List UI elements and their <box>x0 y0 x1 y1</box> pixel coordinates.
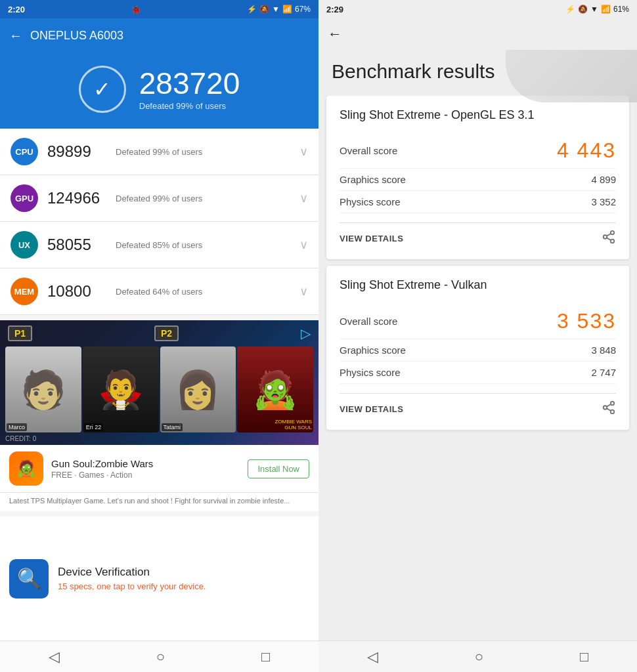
mute-icon-right: 🔕 <box>578 5 588 14</box>
score-header: ✓ 283720 Defeated 99% of users <box>0 52 318 129</box>
verify-icon-box: 🔍 <box>9 559 49 598</box>
score-item-mem[interactable]: MEM 10800 Defeated 64% of users ∨ <box>0 268 318 315</box>
play-icon[interactable]: ▷ <box>301 326 311 341</box>
gpu-badge: GPU <box>11 184 38 212</box>
battery-percent-left: 67% <box>295 5 311 14</box>
graphics-value-opengl: 4 899 <box>591 174 616 185</box>
bench-card-opengl: Sling Shot Extreme - OpenGL ES 3.1 Overa… <box>326 96 629 259</box>
ad-section: P1 P2 ▷ 🧑 Marco 🧛 Eri 22 <box>0 320 318 511</box>
bench-card-title-vulkan: Sling Shot Extreme - Vulkan <box>340 278 616 293</box>
battery-percent-right: 61% <box>613 5 629 14</box>
bench-card-footer-vulkan: VIEW DETAILS <box>340 393 616 418</box>
svg-point-7 <box>611 410 615 413</box>
char-slot-2: 🧛 Eri 22 <box>83 346 159 432</box>
char-slot-4: 🧟 ZOMBIE WARS GUN SOUL <box>237 346 313 432</box>
mem-score: 10800 <box>47 282 106 301</box>
physics-value-vulkan: 2 747 <box>591 367 616 378</box>
app-title: ONEPLUS A6003 <box>30 29 123 43</box>
install-button[interactable]: Install Now <box>248 459 309 478</box>
char-label-3: Tatami <box>162 423 183 431</box>
ad-bottom-bar: CREDIT: 0 <box>0 432 318 445</box>
phone-search-icon: 🔍 <box>17 567 41 590</box>
total-score: 283720 <box>139 68 240 98</box>
ad-overlay: P1 P2 ▷ 🧑 Marco 🧛 Eri 22 <box>0 320 318 445</box>
bench-card-footer-opengl: VIEW DETAILS <box>340 222 616 247</box>
ux-defeated: Defeated 85% of users <box>116 240 290 250</box>
graphics-value-vulkan: 3 848 <box>591 345 616 356</box>
benchmark-scroll: Sling Shot Extreme - OpenGL ES 3.1 Overa… <box>318 96 637 640</box>
top-bar-left: ← ONEPLUS A6003 <box>0 18 318 52</box>
credit-text: CREDIT: 0 <box>5 435 36 442</box>
home-nav-left[interactable]: ○ <box>156 648 165 665</box>
overall-value-opengl: 4 443 <box>557 138 616 163</box>
physics-score-row-opengl: Physics score 3 352 <box>340 191 616 213</box>
signal-icon: 📶 <box>282 5 292 14</box>
score-item-gpu[interactable]: GPU 124966 Defeated 99% of users ∨ <box>0 175 318 222</box>
recent-nav-right[interactable]: □ <box>580 648 588 665</box>
gun-soul-label: GUN SOUL <box>275 425 312 431</box>
share-icon-opengl[interactable] <box>602 230 616 247</box>
p1-badge: P1 <box>8 326 32 341</box>
chevron-icon-gpu: ∨ <box>299 191 308 205</box>
verify-text: Device Verification 15 specs, one tap to… <box>58 566 206 591</box>
checkmark-icon: ✓ <box>93 77 111 102</box>
mem-defeated: Defeated 64% of users <box>116 287 290 297</box>
view-details-button-vulkan[interactable]: VIEW DETAILS <box>340 404 403 414</box>
score-item-cpu[interactable]: CPU 89899 Defeated 99% of users ∨ <box>0 129 318 175</box>
svg-line-4 <box>607 234 611 236</box>
svg-line-8 <box>607 408 611 411</box>
ux-badge: UX <box>11 231 38 259</box>
cpu-score: 89899 <box>47 142 106 161</box>
overall-label-opengl: Overall score <box>340 145 397 156</box>
score-circle: ✓ <box>79 66 126 113</box>
cpu-badge: CPU <box>11 138 38 165</box>
status-bar-left: 2:20 🐞 ⚡ 🔕 ▼ 📶 67% <box>0 0 318 18</box>
app-sub: FREE · Games · Action <box>51 471 240 480</box>
defeated-text-header: Defeated 99% of users <box>139 101 240 111</box>
svg-point-1 <box>604 236 607 240</box>
home-nav-right[interactable]: ○ <box>475 648 483 665</box>
svg-point-5 <box>611 402 615 406</box>
physics-score-row-vulkan: Physics score 2 747 <box>340 362 616 384</box>
back-nav-left[interactable]: ◁ <box>49 648 60 665</box>
share-icon-vulkan[interactable] <box>602 400 616 418</box>
wifi-icon-right: ▼ <box>590 5 598 14</box>
graphics-score-row-vulkan: Graphics score 3 848 <box>340 339 616 362</box>
graphics-label-vulkan: Graphics score <box>340 345 406 356</box>
score-list: CPU 89899 Defeated 99% of users ∨ GPU 12… <box>0 129 318 315</box>
recent-nav-left[interactable]: □ <box>261 648 270 665</box>
time-right: 2:29 <box>326 5 343 14</box>
benchmark-header: Benchmark results <box>318 50 637 96</box>
physics-value-opengl: 3 352 <box>591 196 616 207</box>
chevron-icon-cpu: ∨ <box>299 144 308 159</box>
back-button-left[interactable]: ← <box>9 28 22 43</box>
view-details-button-opengl[interactable]: VIEW DETAILS <box>340 234 403 243</box>
gpu-score: 124966 <box>47 189 106 207</box>
nav-bar-right: ◁ ○ □ <box>318 640 637 672</box>
bench-card-vulkan: Sling Shot Extreme - Vulkan Overall scor… <box>326 266 629 429</box>
chevron-icon-ux: ∨ <box>299 238 308 252</box>
verify-subtitle: 15 specs, one tap to verify your device. <box>58 581 206 591</box>
svg-line-9 <box>607 404 611 407</box>
status-icons-left: ⚡ 🔕 ▼ 📶 67% <box>247 5 311 14</box>
mem-badge: MEM <box>11 278 38 305</box>
back-button-right[interactable]: ← <box>328 26 342 43</box>
physics-label-vulkan: Physics score <box>340 367 401 378</box>
device-verify-section[interactable]: 🔍 Device Verification 15 specs, one tap … <box>0 516 318 640</box>
char-label-1: Marco <box>7 423 27 431</box>
left-panel: 2:20 🐞 ⚡ 🔕 ▼ 📶 67% ← ONEPLUS A6003 ✓ 283… <box>0 0 318 672</box>
char-slot-1: 🧑 Marco <box>5 346 81 432</box>
top-bar-right: ← <box>318 18 637 50</box>
physics-label-opengl: Physics score <box>340 196 401 207</box>
svg-point-6 <box>604 406 607 410</box>
gpu-defeated: Defeated 99% of users <box>116 194 290 203</box>
overall-score-row-vulkan: Overall score 3 533 <box>340 304 616 339</box>
ad-banner-image[interactable]: P1 P2 ▷ 🧑 Marco 🧛 Eri 22 <box>0 320 318 445</box>
right-panel: 2:29 ⚡ 🔕 ▼ 📶 61% ← Benchmark results Sli… <box>318 0 637 672</box>
score-item-ux[interactable]: UX 58055 Defeated 85% of users ∨ <box>0 222 318 268</box>
ux-score: 58055 <box>47 236 106 254</box>
back-nav-right[interactable]: ◁ <box>367 648 378 665</box>
graphics-label-opengl: Graphics score <box>340 174 406 185</box>
graphics-score-row-opengl: Graphics score 4 899 <box>340 169 616 191</box>
chevron-icon-mem: ∨ <box>299 284 308 299</box>
